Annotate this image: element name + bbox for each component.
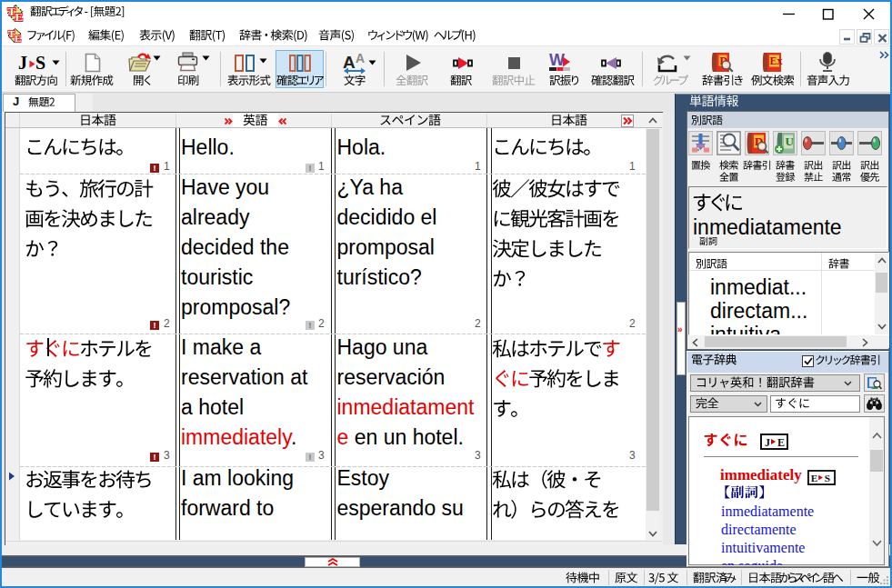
svg-text:E: E — [15, 10, 24, 23]
svg-text:E: E — [811, 473, 818, 483]
svg-text:U: U — [786, 135, 795, 148]
svg-text:Ex: Ex — [770, 55, 783, 67]
svg-text:S: S — [825, 473, 830, 483]
svg-text:J: J — [765, 436, 770, 449]
svg-text:E: E — [777, 436, 785, 449]
svg-text:E: E — [15, 33, 21, 43]
